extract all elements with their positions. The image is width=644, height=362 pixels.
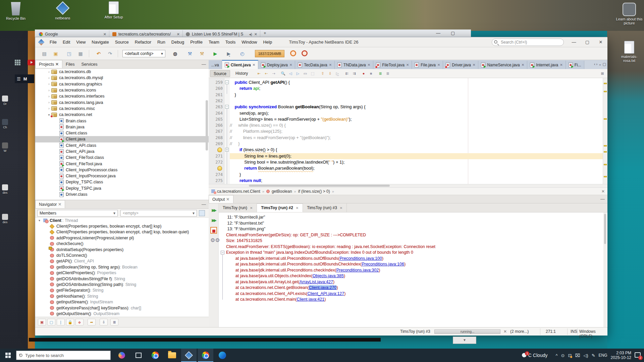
chevron-right-icon[interactable]: › bbox=[47, 70, 51, 74]
output-tab-TimsToyrun3[interactable]: TimsToy (run) #3✕ bbox=[303, 203, 347, 212]
tree-item-ca.tecreations.db.mysql[interactable]: ›ca.tecreations.db.mysql bbox=[35, 75, 209, 81]
show-inherited-icon[interactable]: ▣ bbox=[38, 319, 46, 325]
error-stripe-mark[interactable] bbox=[604, 145, 607, 146]
member-getFileSeparator[interactable]: getFileSeparator() : String bbox=[35, 288, 209, 293]
breakpoint-icon[interactable]: ● bbox=[360, 71, 367, 77]
forward-icon[interactable]: ⇢ bbox=[270, 71, 277, 77]
split-editor-icon[interactable]: ⊞ bbox=[599, 71, 606, 77]
prev-occurrence-icon[interactable]: ◁ bbox=[287, 71, 294, 77]
tab-scroll-controls[interactable]: ‹ › ⌄ ▢ bbox=[594, 62, 606, 66]
tab-source[interactable]: Source bbox=[210, 70, 230, 77]
new-project-button[interactable]: ▣ bbox=[51, 50, 60, 58]
highlight-icon[interactable]: ▭ bbox=[302, 71, 309, 77]
onedrive-icon[interactable]: ⊙ bbox=[561, 353, 565, 358]
stop-shape-icon[interactable]: ■ bbox=[368, 71, 374, 77]
clock[interactable]: 2:03 PM 2025-10-12 bbox=[611, 351, 631, 360]
tree-item-Client_InputProcessor.class[interactable]: Client_InputProcessor.class bbox=[35, 167, 209, 173]
start-button[interactable] bbox=[0, 349, 16, 362]
tab-projects[interactable]: Projects ✕ bbox=[35, 60, 62, 68]
chevron-right-icon[interactable]: › bbox=[47, 76, 51, 80]
tree-item-Deploy_TSPC.java[interactable]: Deploy_TSPC.java bbox=[35, 185, 209, 191]
tray-chevron-icon[interactable]: ^ bbox=[555, 353, 557, 358]
tab-navigator[interactable]: Navigator ✕ bbox=[35, 200, 65, 208]
console-line[interactable]: at java.base/java.util.ArrayList.get(Arr… bbox=[221, 279, 603, 285]
move-up-icon[interactable]: ⇧ bbox=[319, 71, 326, 77]
menu-debug[interactable]: Debug bbox=[168, 37, 187, 47]
clean-build-button[interactable]: ⚒ bbox=[198, 50, 206, 58]
new-tab-button[interactable]: + bbox=[264, 31, 266, 36]
stack-trace-link[interactable]: Client.java:270 bbox=[309, 285, 337, 290]
members-view-dropdown[interactable]: Members bbox=[37, 210, 118, 217]
console-output[interactable]: 11: "F:\burn\tec8.jar" 12: "F:\burn\test… bbox=[219, 213, 603, 327]
member-addProgressListener[interactable]: addProgressListener(ProgressListener pl) bbox=[35, 235, 209, 241]
code-line-275[interactable]: return null; bbox=[230, 178, 262, 184]
maximize-button[interactable]: ▢ bbox=[581, 37, 594, 47]
profile-point-button[interactable] bbox=[302, 50, 308, 56]
member-doInitialSetup[interactable]: doInitialSetup(Properties properties) bbox=[35, 247, 209, 252]
browser-minimize-button[interactable]: — bbox=[436, 31, 440, 36]
menu-team[interactable]: Team bbox=[206, 37, 222, 47]
member-getDOSAttributesString[interactable]: getDOSAttributesString(File f) : String bbox=[35, 276, 209, 282]
console-line[interactable]: Client.readFromServer(getDirSize): op: G… bbox=[221, 232, 603, 238]
edge-icon-W2[interactable]: W bbox=[1, 142, 9, 153]
ide-search-input[interactable]: Search (Ctrl+I) bbox=[492, 39, 564, 46]
build-project-button[interactable]: ⚒ bbox=[185, 50, 194, 58]
stack-trace-link[interactable]: Preconditions.java:100 bbox=[339, 256, 382, 261]
minimize-button[interactable]: — bbox=[567, 37, 581, 47]
taskbar-chrome-icon[interactable] bbox=[148, 349, 163, 362]
apps-grid-icon[interactable] bbox=[15, 60, 21, 66]
tab-close-icon[interactable]: ✕ bbox=[560, 63, 562, 67]
breadcrumb-item[interactable]: if (lines.size() > 0) bbox=[298, 189, 330, 194]
stack-trace-link[interactable]: Preconditions.java:302 bbox=[336, 268, 379, 273]
chevron-right-icon[interactable]: › bbox=[47, 95, 51, 98]
code-line-265[interactable]: List<String> lines = readFromServer(op +… bbox=[230, 116, 352, 122]
tab-close-icon[interactable]: ✕ bbox=[368, 63, 370, 67]
fold-toggle[interactable]: – bbox=[225, 80, 229, 84]
edge-icon-Dr0[interactable]: Dr bbox=[1, 96, 9, 106]
debug-project-button[interactable]: ▶̥ bbox=[224, 50, 233, 58]
tree-item-Client_API.class[interactable]: Client_API.class bbox=[35, 142, 209, 148]
desktop-icon-netbeans[interactable]: netbeans bbox=[50, 2, 75, 20]
tab-close-icon[interactable]: ✕ bbox=[103, 32, 106, 37]
taskbar-explorer-icon[interactable] bbox=[164, 349, 180, 362]
progress-bar[interactable]: running... bbox=[434, 329, 500, 334]
code-line-273[interactable]: return Boolean.parseBoolean(bool); bbox=[230, 165, 315, 171]
tab-close-icon[interactable]: ✕ bbox=[177, 32, 180, 37]
member-Client[interactable]: Client(Properties properties, boolean en… bbox=[35, 223, 209, 229]
new-file-button[interactable]: ▤ bbox=[40, 50, 49, 58]
minimize-panel-icon[interactable]: — bbox=[202, 62, 206, 67]
shift-right-icon[interactable]: ⇉ bbox=[351, 71, 358, 77]
duplicate-icon[interactable]: ▷̲ bbox=[334, 71, 341, 77]
member-getClientProperties[interactable]: getClientProperties() : Properties bbox=[35, 270, 209, 276]
hamburger-icon[interactable]: ☰ bbox=[17, 76, 21, 81]
youtube-icon[interactable] bbox=[28, 60, 36, 65]
menu-view[interactable]: View bbox=[73, 37, 89, 47]
show-non-public-icon[interactable]: 🔒 bbox=[66, 319, 74, 325]
tab-services[interactable]: Services bbox=[78, 60, 101, 68]
find-icon[interactable]: 🔍 bbox=[280, 71, 286, 77]
editor-tab-Filejava[interactable]: File.java✕ bbox=[412, 61, 443, 69]
menu-source[interactable]: Source bbox=[112, 37, 132, 47]
tab-close-icon[interactable]: ✕ bbox=[254, 32, 257, 37]
tree-item-ca.tecreations.interfaces[interactable]: ›ca.tecreations.interfaces bbox=[35, 93, 209, 99]
console-line[interactable]: Size: 16475131825 bbox=[221, 238, 603, 244]
error-stripe-mark[interactable] bbox=[604, 83, 607, 84]
editor-tab-Clientjava[interactable]: Client.java✕ bbox=[222, 60, 258, 69]
taskbar-search-input[interactable]: Type here to search bbox=[16, 351, 111, 360]
open-project-button[interactable]: ◳ bbox=[65, 50, 73, 58]
tree-item-Client_InputProcessor.java[interactable]: Client_InputProcessor.java bbox=[35, 173, 209, 179]
editor-tab-TNDatajava[interactable]: TNData.java✕ bbox=[335, 61, 373, 69]
console-line[interactable]: at java.base/jdk.internal.util.Precondit… bbox=[221, 256, 603, 262]
tree-item-Client.java[interactable]: Client.java bbox=[35, 136, 209, 142]
stack-trace-link[interactable]: Client.java:421 bbox=[297, 297, 325, 302]
menu-edit[interactable]: Edit bbox=[60, 37, 73, 47]
code-line-267[interactable]: // Platform.sleep(125); bbox=[230, 128, 282, 134]
tree-item-Brain.java[interactable]: Brain.java bbox=[35, 124, 209, 130]
browser-menu-block[interactable]: ☰M bbox=[15, 74, 34, 83]
edge-icon-des3[interactable]: des bbox=[1, 184, 9, 194]
desktop-icon-after-setup[interactable]: After Setup bbox=[101, 1, 126, 19]
tab-audio-icon[interactable]: ◂) bbox=[249, 32, 252, 37]
editor-hscroll-thumb[interactable] bbox=[249, 185, 390, 187]
tree-item-Client_FileTool.java[interactable]: Client_FileTool.java bbox=[35, 161, 209, 167]
stack-trace-link[interactable]: Client_API.java:127 bbox=[307, 291, 344, 296]
